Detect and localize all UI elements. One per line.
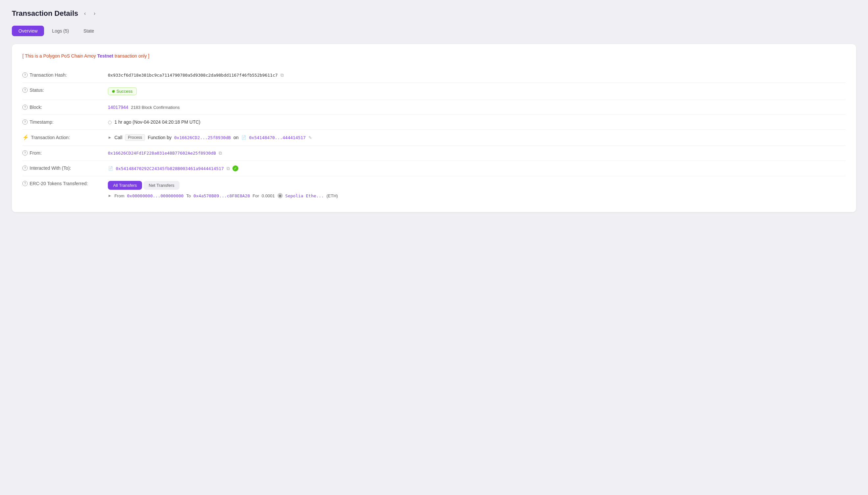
erc20-help-icon[interactable]: ? [22, 181, 28, 186]
interacted-value: 📄 0x54148470292C24345fb828B003461a944441… [108, 166, 238, 171]
tx-action-row: ⚡ Transaction Action: ► Call Process Fun… [22, 130, 846, 146]
block-number-link[interactable]: 14017944 [108, 105, 128, 110]
tabs-container: Overview Logs (5) State [12, 25, 856, 36]
verified-check-icon: ✓ [232, 166, 238, 171]
block-row: ? Block: 14017944 2183 Block Confirmatio… [22, 100, 846, 115]
status-badge: ✓ Success [108, 87, 137, 95]
transfer-amount: 0.0001 [262, 193, 275, 198]
token-icon: ◉ [278, 193, 283, 198]
nav-back-button[interactable]: ‹ [82, 10, 88, 17]
contract-icon: 📄 [241, 135, 247, 140]
tx-action-label: ⚡ Transaction Action: [22, 134, 101, 140]
main-card: [ This is a Polygon PoS Chain Amoy Testn… [12, 44, 856, 212]
block-value: 14017944 2183 Block Confirmations [108, 105, 179, 110]
testnet-notice: [ This is a Polygon PoS Chain Amoy Testn… [22, 53, 846, 58]
tx-action-to-addr[interactable]: 0x54148470...444414517 [249, 135, 306, 140]
from-address-link[interactable]: 0x16626CD24Fd1F228a031e48B77602Ae25f8930… [108, 151, 216, 156]
transfer-arrow-icon: ► [108, 193, 112, 198]
timestamp-value: ◌ 1 hr ago (Nov-04-2024 04:20:18 PM UTC) [108, 119, 200, 125]
block-help-icon[interactable]: ? [22, 105, 28, 110]
status-value: ✓ Success [108, 87, 137, 95]
status-row: ? Status: ✓ Success [22, 83, 846, 100]
transfers-container: All Transfers Net Transfers ► From 0x000… [108, 181, 338, 198]
from-row: ? From: 0x16626CD24Fd1F228a031e48B77602A… [22, 146, 846, 161]
token-name-link[interactable]: Sepolia Ethe... [285, 193, 324, 198]
page-header: Transaction Details ‹ › [12, 9, 856, 18]
token-symbol: (ETH) [327, 193, 338, 198]
clock-icon: ◌ [108, 119, 112, 125]
tx-hash-copy-icon[interactable]: ⧉ [280, 72, 284, 78]
action-arrow-icon: ► [108, 135, 112, 140]
from-label: ? From: [22, 150, 101, 156]
timestamp-row: ? Timestamp: ◌ 1 hr ago (Nov-04-2024 04:… [22, 115, 846, 130]
block-label: ? Block: [22, 105, 101, 110]
transfer-tabs: All Transfers Net Transfers [108, 181, 338, 190]
net-transfers-tab[interactable]: Net Transfers [143, 181, 179, 190]
from-value: 0x16626CD24Fd1F228a031e48B77602Ae25f8930… [108, 150, 222, 156]
erc20-label: ? ERC-20 Tokens Transferred: [22, 181, 101, 186]
transfer-from-addr[interactable]: 0x00000000...000000000 [127, 193, 184, 198]
status-label: ? Status: [22, 87, 101, 93]
from-help-icon[interactable]: ? [22, 150, 28, 156]
tx-action-from-addr[interactable]: 0x16626CD2...25f8930dB [174, 135, 231, 140]
tx-hash-help-icon[interactable]: ? [22, 72, 28, 78]
block-confirmations: 2183 Block Confirmations [131, 105, 179, 110]
tx-hash-value: 0x933cf6d718e381bc9ca7114790780a5d9308c2… [108, 72, 284, 78]
tab-overview[interactable]: Overview [12, 25, 44, 36]
timestamp-label: ? Timestamp: [22, 119, 101, 125]
page-title: Transaction Details [12, 9, 78, 18]
transfer-to-addr[interactable]: 0x4a570B89...c8F8E8A28 [193, 193, 250, 198]
status-help-icon[interactable]: ? [22, 87, 28, 93]
transfer-item: ► From 0x00000000...000000000 To 0x4a570… [108, 193, 338, 198]
interacted-copy-icon[interactable]: ⧉ [227, 166, 230, 171]
tx-action-value: ► Call Process Function by 0x16626CD2...… [108, 134, 312, 141]
status-dot: ✓ [112, 90, 115, 93]
interacted-contract-icon: 📄 [108, 166, 113, 171]
lightning-icon: ⚡ [22, 134, 29, 140]
tx-hash-label: ? Transaction Hash: [22, 72, 101, 78]
tx-hash-text: 0x933cf6d718e381bc9ca7114790780a5d9308c2… [108, 73, 278, 78]
tx-hash-row: ? Transaction Hash: 0x933cf6d718e381bc9c… [22, 68, 846, 83]
interacted-label: ? Interacted With (To): [22, 166, 101, 171]
erc20-value: All Transfers Net Transfers ► From 0x000… [108, 181, 338, 198]
timestamp-help-icon[interactable]: ? [22, 119, 28, 125]
edit-icon[interactable]: ✎ [308, 135, 312, 140]
from-copy-icon[interactable]: ⧉ [219, 150, 222, 156]
tab-logs[interactable]: Logs (5) [46, 25, 75, 36]
process-badge: Process [125, 134, 145, 141]
interacted-address-link[interactable]: 0x54148470292C24345fb828B003461a94444145… [116, 166, 224, 171]
interacted-help-icon[interactable]: ? [22, 166, 28, 171]
tab-state[interactable]: State [77, 25, 101, 36]
nav-forward-button[interactable]: › [92, 10, 97, 17]
interacted-row: ? Interacted With (To): 📄 0x54148470292C… [22, 161, 846, 176]
all-transfers-tab[interactable]: All Transfers [108, 181, 142, 190]
erc20-row: ? ERC-20 Tokens Transferred: All Transfe… [22, 176, 846, 203]
